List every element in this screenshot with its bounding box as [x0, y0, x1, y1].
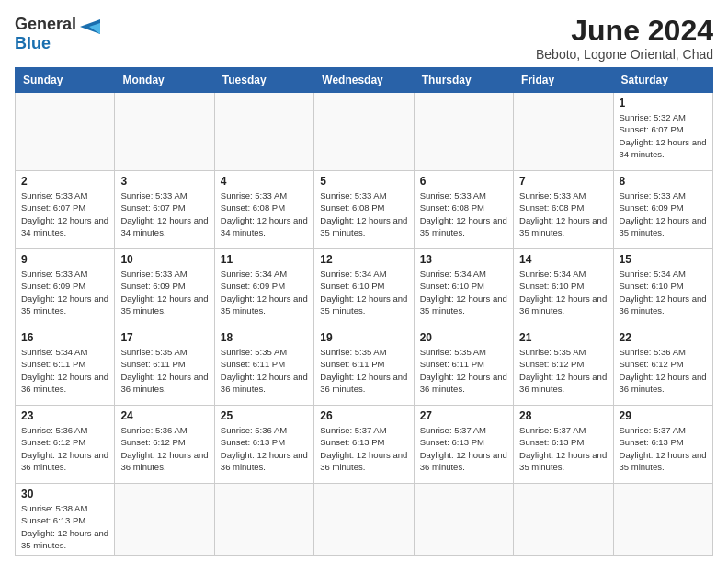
day-info: Sunrise: 5:32 AM Sunset: 6:07 PM Dayligh…	[620, 111, 707, 160]
calendar-cell: 2Sunrise: 5:33 AM Sunset: 6:07 PM Daylig…	[16, 171, 115, 249]
calendar-cell: 6Sunrise: 5:33 AM Sunset: 6:08 PM Daylig…	[414, 171, 513, 249]
day-info: Sunrise: 5:36 AM Sunset: 6:12 PM Dayligh…	[120, 424, 208, 473]
day-info: Sunrise: 5:37 AM Sunset: 6:13 PM Dayligh…	[320, 424, 407, 473]
day-info: Sunrise: 5:35 AM Sunset: 6:12 PM Dayligh…	[519, 346, 607, 395]
calendar-cell	[314, 93, 414, 171]
day-number: 21	[519, 331, 607, 344]
calendar-cell: 7Sunrise: 5:33 AM Sunset: 6:08 PM Daylig…	[514, 171, 613, 249]
calendar-cell: 28Sunrise: 5:37 AM Sunset: 6:13 PM Dayli…	[514, 406, 613, 484]
calendar-cell: 1Sunrise: 5:32 AM Sunset: 6:07 PM Daylig…	[613, 93, 712, 171]
calendar-cell	[16, 93, 115, 171]
weekday-header-thursday: Thursday	[414, 68, 513, 93]
logo: General Blue	[15, 15, 108, 52]
weekday-header-tuesday: Tuesday	[214, 68, 313, 93]
day-info: Sunrise: 5:34 AM Sunset: 6:09 PM Dayligh…	[221, 268, 308, 316]
day-info: Sunrise: 5:33 AM Sunset: 6:07 PM Dayligh…	[120, 190, 208, 238]
calendar-cell: 3Sunrise: 5:33 AM Sunset: 6:07 PM Daylig…	[115, 171, 214, 249]
day-number: 4	[221, 175, 308, 188]
day-info: Sunrise: 5:35 AM Sunset: 6:11 PM Dayligh…	[320, 346, 407, 395]
calendar-cell: 11Sunrise: 5:34 AM Sunset: 6:09 PM Dayli…	[214, 249, 313, 327]
logo-triangle-icon	[80, 19, 108, 41]
calendar-cell	[115, 93, 214, 171]
day-info: Sunrise: 5:33 AM Sunset: 6:07 PM Dayligh…	[21, 190, 108, 238]
day-info: Sunrise: 5:33 AM Sunset: 6:08 PM Dayligh…	[221, 190, 308, 238]
day-info: Sunrise: 5:33 AM Sunset: 6:08 PM Dayligh…	[320, 190, 407, 238]
day-number: 29	[620, 409, 707, 422]
day-info: Sunrise: 5:34 AM Sunset: 6:10 PM Dayligh…	[620, 268, 707, 316]
day-info: Sunrise: 5:37 AM Sunset: 6:13 PM Dayligh…	[519, 424, 607, 473]
day-number: 13	[420, 253, 507, 266]
calendar-cell: 29Sunrise: 5:37 AM Sunset: 6:13 PM Dayli…	[613, 406, 712, 484]
calendar-cell: 25Sunrise: 5:36 AM Sunset: 6:13 PM Dayli…	[214, 406, 313, 484]
day-info: Sunrise: 5:35 AM Sunset: 6:11 PM Dayligh…	[420, 346, 507, 395]
day-info: Sunrise: 5:36 AM Sunset: 6:13 PM Dayligh…	[221, 424, 308, 473]
day-number: 11	[221, 253, 308, 266]
location-subtitle: Beboto, Logone Oriental, Chad	[536, 47, 713, 62]
day-number: 12	[320, 253, 407, 266]
day-info: Sunrise: 5:33 AM Sunset: 6:09 PM Dayligh…	[21, 268, 108, 316]
weekday-header-wednesday: Wednesday	[314, 68, 414, 93]
day-info: Sunrise: 5:37 AM Sunset: 6:13 PM Dayligh…	[420, 424, 507, 473]
day-info: Sunrise: 5:37 AM Sunset: 6:13 PM Dayligh…	[620, 424, 707, 473]
calendar-week-row-2: 2Sunrise: 5:33 AM Sunset: 6:07 PM Daylig…	[16, 171, 713, 249]
calendar-cell: 27Sunrise: 5:37 AM Sunset: 6:13 PM Dayli…	[414, 406, 513, 484]
calendar-cell	[414, 484, 513, 556]
calendar-cell: 17Sunrise: 5:35 AM Sunset: 6:11 PM Dayli…	[115, 327, 214, 406]
day-number: 9	[21, 253, 108, 266]
calendar-cell: 13Sunrise: 5:34 AM Sunset: 6:10 PM Dayli…	[414, 249, 513, 327]
day-number: 3	[120, 175, 208, 188]
day-info: Sunrise: 5:34 AM Sunset: 6:10 PM Dayligh…	[320, 268, 407, 316]
day-number: 27	[420, 409, 507, 422]
calendar-cell: 22Sunrise: 5:36 AM Sunset: 6:12 PM Dayli…	[613, 327, 712, 406]
day-number: 6	[420, 175, 507, 188]
calendar-cell	[414, 93, 513, 171]
day-number: 24	[120, 409, 208, 422]
day-number: 16	[21, 331, 108, 344]
calendar-cell: 14Sunrise: 5:34 AM Sunset: 6:10 PM Dayli…	[514, 249, 613, 327]
calendar-cell	[314, 484, 414, 556]
day-info: Sunrise: 5:34 AM Sunset: 6:10 PM Dayligh…	[519, 268, 607, 316]
weekday-header-monday: Monday	[115, 68, 214, 93]
header: General Blue June 2024 Beboto, Logone Or…	[15, 15, 713, 62]
day-number: 1	[620, 97, 707, 109]
calendar-cell: 19Sunrise: 5:35 AM Sunset: 6:11 PM Dayli…	[314, 327, 414, 406]
day-number: 19	[320, 331, 407, 344]
calendar-cell: 15Sunrise: 5:34 AM Sunset: 6:10 PM Dayli…	[613, 249, 712, 327]
calendar-cell	[514, 93, 613, 171]
day-number: 20	[420, 331, 507, 344]
day-info: Sunrise: 5:34 AM Sunset: 6:10 PM Dayligh…	[420, 268, 507, 316]
day-number: 15	[620, 253, 707, 266]
day-info: Sunrise: 5:36 AM Sunset: 6:12 PM Dayligh…	[620, 346, 707, 395]
calendar-cell: 30Sunrise: 5:38 AM Sunset: 6:13 PM Dayli…	[16, 484, 115, 556]
calendar-cell: 20Sunrise: 5:35 AM Sunset: 6:11 PM Dayli…	[414, 327, 513, 406]
day-number: 18	[221, 331, 308, 344]
day-number: 30	[21, 488, 108, 500]
calendar-cell: 4Sunrise: 5:33 AM Sunset: 6:08 PM Daylig…	[214, 171, 313, 249]
calendar-cell: 10Sunrise: 5:33 AM Sunset: 6:09 PM Dayli…	[115, 249, 214, 327]
calendar-cell: 8Sunrise: 5:33 AM Sunset: 6:09 PM Daylig…	[613, 171, 712, 249]
month-year-title: June 2024	[536, 15, 713, 47]
day-number: 10	[120, 253, 208, 266]
weekday-header-friday: Friday	[514, 68, 613, 93]
calendar-week-row-5: 23Sunrise: 5:36 AM Sunset: 6:12 PM Dayli…	[16, 406, 713, 484]
calendar-cell: 5Sunrise: 5:33 AM Sunset: 6:08 PM Daylig…	[314, 171, 414, 249]
calendar-cell: 9Sunrise: 5:33 AM Sunset: 6:09 PM Daylig…	[16, 249, 115, 327]
calendar-cell: 12Sunrise: 5:34 AM Sunset: 6:10 PM Dayli…	[314, 249, 414, 327]
calendar-table: SundayMondayTuesdayWednesdayThursdayFrid…	[15, 67, 713, 556]
calendar-week-row-3: 9Sunrise: 5:33 AM Sunset: 6:09 PM Daylig…	[16, 249, 713, 327]
calendar-cell	[514, 484, 613, 556]
calendar-cell: 21Sunrise: 5:35 AM Sunset: 6:12 PM Dayli…	[514, 327, 613, 406]
day-info: Sunrise: 5:33 AM Sunset: 6:08 PM Dayligh…	[519, 190, 607, 238]
day-number: 22	[620, 331, 707, 344]
day-info: Sunrise: 5:33 AM Sunset: 6:09 PM Dayligh…	[120, 268, 208, 316]
calendar-cell: 16Sunrise: 5:34 AM Sunset: 6:11 PM Dayli…	[16, 327, 115, 406]
day-info: Sunrise: 5:35 AM Sunset: 6:11 PM Dayligh…	[221, 346, 308, 395]
day-number: 25	[221, 409, 308, 422]
day-number: 5	[320, 175, 407, 188]
day-info: Sunrise: 5:33 AM Sunset: 6:09 PM Dayligh…	[620, 190, 707, 238]
calendar-week-row-1: 1Sunrise: 5:32 AM Sunset: 6:07 PM Daylig…	[16, 93, 713, 171]
day-info: Sunrise: 5:38 AM Sunset: 6:13 PM Dayligh…	[21, 502, 108, 551]
calendar-cell: 24Sunrise: 5:36 AM Sunset: 6:12 PM Dayli…	[115, 406, 214, 484]
calendar-cell: 26Sunrise: 5:37 AM Sunset: 6:13 PM Dayli…	[314, 406, 414, 484]
day-info: Sunrise: 5:36 AM Sunset: 6:12 PM Dayligh…	[21, 424, 108, 473]
